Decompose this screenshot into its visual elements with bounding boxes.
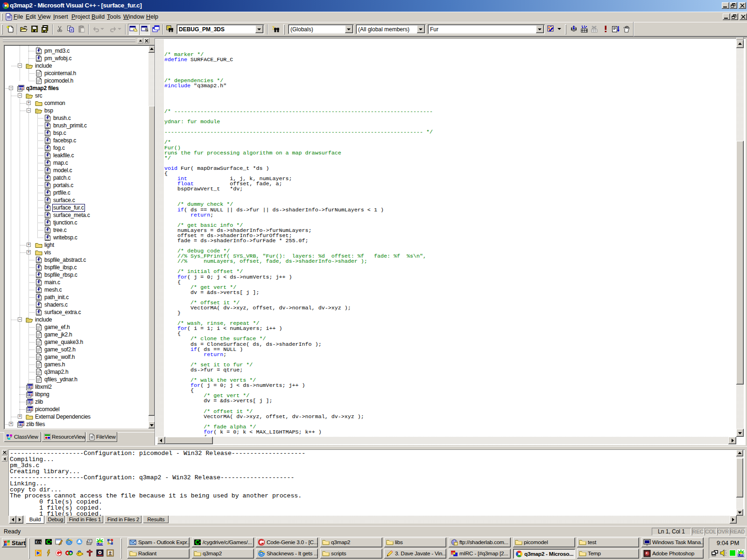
svg-text:C:\: C:\ bbox=[36, 540, 42, 544]
svg-text:m: m bbox=[451, 552, 454, 554]
svg-text:LITE: LITE bbox=[97, 542, 104, 546]
svg-text:LITE: LITE bbox=[738, 553, 745, 557]
